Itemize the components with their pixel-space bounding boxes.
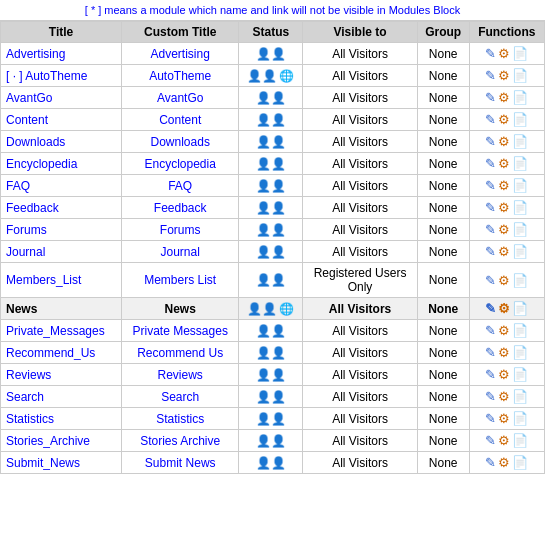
function-icons[interactable]: ✎ ⚙ 📄 xyxy=(485,345,528,360)
delete-icon[interactable]: 📄 xyxy=(512,323,528,338)
function-icons[interactable]: ✎ ⚙ 📄 xyxy=(485,367,528,382)
function-icons[interactable]: ✎ ⚙ 📄 xyxy=(485,323,528,338)
delete-icon[interactable]: 📄 xyxy=(512,411,528,426)
gear-icon[interactable]: ⚙ xyxy=(498,244,510,259)
delete-icon[interactable]: 📄 xyxy=(512,46,528,61)
delete-icon[interactable]: 📄 xyxy=(512,455,528,470)
edit-icon[interactable]: ✎ xyxy=(485,156,496,171)
edit-icon[interactable]: ✎ xyxy=(485,411,496,426)
edit-icon[interactable]: ✎ xyxy=(485,244,496,259)
edit-icon[interactable]: ✎ xyxy=(485,301,496,316)
title-link[interactable]: Recommend_Us xyxy=(6,346,95,360)
delete-icon[interactable]: 📄 xyxy=(512,301,528,316)
function-icons[interactable]: ✎ ⚙ 📄 xyxy=(485,244,528,259)
edit-icon[interactable]: ✎ xyxy=(485,345,496,360)
gear-icon[interactable]: ⚙ xyxy=(498,68,510,83)
delete-icon[interactable]: 📄 xyxy=(512,389,528,404)
delete-icon[interactable]: 📄 xyxy=(512,200,528,215)
delete-icon[interactable]: 📄 xyxy=(512,367,528,382)
gear-icon[interactable]: ⚙ xyxy=(498,433,510,448)
gear-icon[interactable]: ⚙ xyxy=(498,389,510,404)
edit-icon[interactable]: ✎ xyxy=(485,90,496,105)
delete-icon[interactable]: 📄 xyxy=(512,178,528,193)
cell-title: [ · ] AutoTheme xyxy=(1,65,122,87)
function-icons[interactable]: ✎ ⚙ 📄 xyxy=(485,134,528,149)
gear-icon[interactable]: ⚙ xyxy=(498,134,510,149)
title-link[interactable]: Search xyxy=(6,390,44,404)
gear-icon[interactable]: ⚙ xyxy=(498,367,510,382)
gear-icon[interactable]: ⚙ xyxy=(498,46,510,61)
delete-icon[interactable]: 📄 xyxy=(512,112,528,127)
function-icons[interactable]: ✎ ⚙ 📄 xyxy=(485,273,528,288)
function-icons[interactable]: ✎ ⚙ 📄 xyxy=(485,112,528,127)
gear-icon[interactable]: ⚙ xyxy=(498,345,510,360)
cell-group: None xyxy=(417,109,469,131)
gear-icon[interactable]: ⚙ xyxy=(498,200,510,215)
gear-icon[interactable]: ⚙ xyxy=(498,222,510,237)
gear-icon[interactable]: ⚙ xyxy=(498,156,510,171)
delete-icon[interactable]: 📄 xyxy=(512,244,528,259)
function-icons[interactable]: ✎ ⚙ 📄 xyxy=(485,68,528,83)
delete-icon[interactable]: 📄 xyxy=(512,273,528,288)
function-icons[interactable]: ✎ ⚙ 📄 xyxy=(485,156,528,171)
function-icons[interactable]: ✎ ⚙ 📄 xyxy=(485,389,528,404)
delete-icon[interactable]: 📄 xyxy=(512,345,528,360)
edit-icon[interactable]: ✎ xyxy=(485,433,496,448)
title-link[interactable]: [ · ] AutoTheme xyxy=(6,69,87,83)
edit-icon[interactable]: ✎ xyxy=(485,134,496,149)
title-link[interactable]: Journal xyxy=(6,245,45,259)
delete-icon[interactable]: 📄 xyxy=(512,433,528,448)
title-link[interactable]: FAQ xyxy=(6,179,30,193)
function-icons[interactable]: ✎ ⚙ 📄 xyxy=(485,433,528,448)
title-link[interactable]: Members_List xyxy=(6,273,81,287)
title-link[interactable]: Forums xyxy=(6,223,47,237)
function-icons[interactable]: ✎ ⚙ 📄 xyxy=(485,200,528,215)
edit-icon[interactable]: ✎ xyxy=(485,112,496,127)
delete-icon[interactable]: 📄 xyxy=(512,90,528,105)
edit-icon[interactable]: ✎ xyxy=(485,68,496,83)
gear-icon[interactable]: ⚙ xyxy=(498,411,510,426)
function-icons[interactable]: ✎ ⚙ 📄 xyxy=(485,455,528,470)
gear-icon[interactable]: ⚙ xyxy=(498,273,510,288)
title-link[interactable]: Statistics xyxy=(6,412,54,426)
title-link[interactable]: Content xyxy=(6,113,48,127)
gear-icon[interactable]: ⚙ xyxy=(498,112,510,127)
title-link[interactable]: AvantGo xyxy=(6,91,52,105)
edit-icon[interactable]: ✎ xyxy=(485,222,496,237)
function-icons[interactable]: ✎ ⚙ 📄 xyxy=(485,90,528,105)
edit-icon[interactable]: ✎ xyxy=(485,323,496,338)
gear-icon[interactable]: ⚙ xyxy=(498,455,510,470)
edit-icon[interactable]: ✎ xyxy=(485,389,496,404)
delete-icon[interactable]: 📄 xyxy=(512,222,528,237)
gear-icon[interactable]: ⚙ xyxy=(498,301,510,316)
gear-icon[interactable]: ⚙ xyxy=(498,178,510,193)
title-link[interactable]: Advertising xyxy=(6,47,65,61)
delete-icon[interactable]: 📄 xyxy=(512,134,528,149)
delete-icon[interactable]: 📄 xyxy=(512,68,528,83)
edit-icon[interactable]: ✎ xyxy=(485,200,496,215)
edit-icon[interactable]: ✎ xyxy=(485,46,496,61)
edit-icon[interactable]: ✎ xyxy=(485,178,496,193)
function-icons[interactable]: ✎ ⚙ 📄 xyxy=(485,301,528,316)
edit-icon[interactable]: ✎ xyxy=(485,455,496,470)
cell-title: Content xyxy=(1,109,122,131)
title-link[interactable]: Downloads xyxy=(6,135,65,149)
function-icons[interactable]: ✎ ⚙ 📄 xyxy=(485,178,528,193)
title-link[interactable]: News xyxy=(6,302,37,316)
edit-icon[interactable]: ✎ xyxy=(485,367,496,382)
delete-icon[interactable]: 📄 xyxy=(512,156,528,171)
modules-table: Title Custom Title Status Visible to Gro… xyxy=(0,21,545,474)
title-link[interactable]: Encyclopedia xyxy=(6,157,77,171)
title-link[interactable]: Reviews xyxy=(6,368,51,382)
title-link[interactable]: Feedback xyxy=(6,201,59,215)
gear-icon[interactable]: ⚙ xyxy=(498,323,510,338)
edit-icon[interactable]: ✎ xyxy=(485,273,496,288)
title-link[interactable]: Submit_News xyxy=(6,456,80,470)
gear-icon[interactable]: ⚙ xyxy=(498,90,510,105)
function-icons[interactable]: ✎ ⚙ 📄 xyxy=(485,46,528,61)
function-icons[interactable]: ✎ ⚙ 📄 xyxy=(485,222,528,237)
title-link[interactable]: Private_Messages xyxy=(6,324,105,338)
cell-custom-title: Downloads xyxy=(122,131,239,153)
title-link[interactable]: Stories_Archive xyxy=(6,434,90,448)
function-icons[interactable]: ✎ ⚙ 📄 xyxy=(485,411,528,426)
